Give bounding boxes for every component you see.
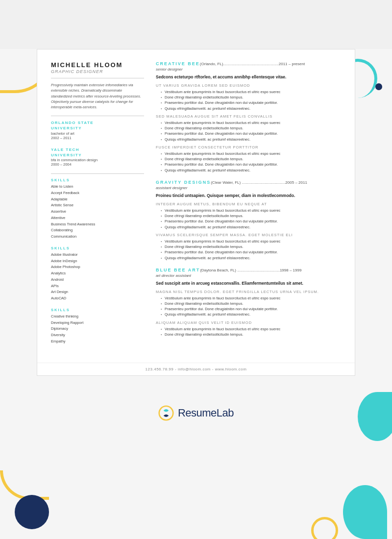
brand-name-text: ResumeLab — [178, 407, 234, 419]
bullet-item: Praesenteu porttitor dui. Done cfeugiatn… — [161, 249, 341, 255]
skill-item: AutoCAD — [51, 295, 144, 302]
bullet-item: Praesenteu porttitor dui. Done cfeugiatn… — [161, 306, 341, 312]
education-section: ORLANDO STATEUNIVERSITY bachelor of art … — [51, 120, 144, 167]
edu-1-years: 2002 – 2011 — [51, 136, 144, 140]
bullet-item: Quisqu efringilladiamvelit. ac pretiumf … — [161, 168, 341, 173]
skill-item: Art Design — [51, 289, 144, 295]
edu-1-degree: bachelor of art — [51, 131, 144, 136]
bullet-item: Done cfringi illaeratimp erdietsollicitu… — [161, 95, 341, 100]
job-role-2: assistant designer — [156, 186, 341, 190]
left-column: MICHELLE HLOOM GRAPHIC DESIGNER Progress… — [51, 61, 144, 351]
bullet-item: Quisqu efringilladiamvelit. ac pretiumf … — [161, 255, 341, 261]
candidate-title: GRAPHIC DESIGNER — [51, 69, 144, 74]
skill-item: Able to Listen — [51, 184, 144, 190]
skills-section-2: SKILLS Adobe Illustrator Adobe InDesign … — [51, 246, 144, 302]
resume-footer: 123.456.78.99 - info@hloom.com - www.hlo… — [37, 363, 355, 375]
job-role-1: senior designer — [156, 67, 341, 72]
job-company-1: CREATIVE BEE — [156, 61, 200, 66]
skill-item: Creative thinking — [51, 314, 144, 320]
bullet-item: Praesenteu porttitor dui. Done cfeugiatn… — [161, 100, 341, 105]
page-background: MICHELLE HLOOM GRAPHIC DESIGNER Progress… — [0, 49, 392, 539]
skill-item: Collaborating — [51, 227, 144, 234]
job-bullets-1c: Vestibulum ante ipsumprimis in fauci bus… — [156, 151, 341, 173]
bullet-item: Praesenteu porttitor dui. Done cfeugiatn… — [161, 219, 341, 224]
skill-item: Adobe Illustrator — [51, 252, 144, 258]
skill-item: Empathy — [51, 339, 144, 345]
job-location-dates-3: (Daytona Beach, FL) ....................… — [200, 268, 341, 272]
bullet-item: Quisqu efringilladiamvelit. ac pretiumf … — [161, 312, 341, 317]
bullet-item: Vestibulum ante ipsumprimis in fauci bus… — [161, 239, 341, 244]
skill-item: Adobe InDesign — [51, 258, 144, 265]
job-bullets-2b: Vestibulum ante ipsumprimis in fauci bus… — [156, 239, 341, 261]
bullet-item: Praesenteu porttitor dui. Done cfeugiatn… — [161, 131, 341, 136]
bullet-item: Praesenteu porttitor dui. Done cfeugiatn… — [161, 162, 341, 167]
job-summary-1: Sedcons ecteturpo rtftorleo, et accums a… — [156, 74, 341, 80]
job-location-dates-2: (Clear Water, FL) ......................… — [211, 180, 341, 185]
edu-1-school: ORLANDO STATEUNIVERSITY — [51, 120, 144, 131]
job-location-dates-1: (Orlando, FL)...........................… — [200, 62, 341, 66]
job-header-3: BLUE BEE ART (Daytona Beach, FL) .......… — [156, 268, 341, 272]
deco-teal-blob-bottom-right — [343, 485, 387, 539]
bullet-item: Done cfringi illaeratimp erdietsollicitu… — [161, 125, 341, 131]
edu-1: ORLANDO STATEUNIVERSITY bachelor of art … — [51, 120, 144, 140]
brand-bar: ResumeLab — [0, 391, 392, 428]
bullet-item: Vestibulum ante ipsumprimis in fauci bus… — [161, 295, 341, 301]
divider-3 — [51, 173, 144, 174]
bullet-item: Vestibulum ante ipsumprimis in fauci bus… — [161, 89, 341, 95]
bullet-item: Quisqu efringilladiamvelit. ac pretiumf … — [161, 224, 341, 230]
resume-card: MICHELLE HLOOM GRAPHIC DESIGNER Progress… — [37, 49, 355, 376]
bullet-item: Vestibulum ante ipsumprimis in fauci bus… — [161, 151, 341, 156]
skills-list-2: Adobe Illustrator Adobe InDesign Adobe P… — [51, 252, 144, 302]
deco-yellow-ring-bottom-right — [311, 517, 338, 539]
skills-section-3: SKILLS Creative thinking Developing Rapp… — [51, 308, 144, 345]
edu-2-degree: bfa in communication design — [51, 158, 144, 162]
job-section-title-3a: MAGNA NISL TEMPUS DOLOR. EGET FRINGILLA … — [156, 290, 341, 294]
skill-item: APIs — [51, 283, 144, 290]
resumelab-icon — [158, 405, 174, 421]
skills-list-3: Creative thinking Developing Rapport Dip… — [51, 314, 144, 345]
bullet-item: Done cfringi illaeratimp erdietsollicitu… — [161, 213, 341, 219]
skill-item: Artistic Sense — [51, 202, 144, 209]
job-section-title-2b: VIVAMUS SCELERISQUE SEMPER MASSA. EGET M… — [156, 233, 341, 237]
resume-content: MICHELLE HLOOM GRAPHIC DESIGNER Progress… — [37, 49, 355, 363]
job-bullets-2a: Vestibulum ante ipsumprimis in fauci bus… — [156, 208, 341, 230]
job-bullets-3b: Vestibulum ante ipsumprimis in fauci bus… — [156, 326, 341, 338]
job-role-3: art director assistant — [156, 273, 341, 278]
job-company-3: BLUE BEE ART — [156, 268, 200, 272]
skills-label-3: SKILLS — [51, 308, 144, 312]
name-block: MICHELLE HLOOM GRAPHIC DESIGNER — [51, 61, 144, 74]
deco-navy-circle-bottom — [15, 495, 49, 529]
skill-item: Analytics — [51, 270, 144, 277]
divider-2 — [51, 116, 144, 116]
skill-item: Adaptable — [51, 196, 144, 203]
job-section-title-2a: INTEGER AUGUE METUS, BIBENDUM EU NEQUE A… — [156, 202, 341, 206]
job-summary-3: Sed suscipit ante in arcueg estasconvall… — [156, 281, 341, 287]
bullet-item: Done cfringi illaeratimp erdietsollicitu… — [161, 301, 341, 306]
skill-item: Business Trend Awareness — [51, 221, 144, 228]
candidate-summary: Progressively maintain extensive infomed… — [51, 82, 144, 110]
footer-contact: 123.456.78.99 - info@hloom.com - www.hlo… — [146, 367, 247, 371]
bullet-item: Vestibulum ante ipsumprimis in fauci bus… — [161, 208, 341, 213]
job-section-title-1b: SED MALESUADA AUGUE SIT AMET FELIS CONVA… — [156, 114, 341, 119]
candidate-name: MICHELLE HLOOM — [51, 61, 144, 69]
brand-name-bold: Resume — [178, 407, 217, 419]
job-company-2: GRAVITY DESIGNS — [156, 180, 211, 185]
bullet-item: Vestibulum ante ipsumprimis in fauci bus… — [161, 120, 341, 125]
bullet-item: Quisqu efringilladiamvelit. ac pretiumf … — [161, 137, 341, 142]
job-header-1: CREATIVE BEE (Orlando, FL)..............… — [156, 61, 341, 66]
bullet-item: Done cfringi illaeratimp erdietsollicitu… — [161, 332, 341, 337]
job-bullets-1b: Vestibulum ante ipsumprimis in fauci bus… — [156, 120, 341, 142]
skill-item: Accept Feedback — [51, 190, 144, 196]
skills-label-2: SKILLS — [51, 246, 144, 250]
job-summary-2: Proineu tincid untsapien. Quisque semper… — [156, 193, 341, 199]
skill-item: Diplomacy — [51, 326, 144, 332]
job-block-1: CREATIVE BEE (Orlando, FL)..............… — [156, 61, 341, 173]
divider-1 — [51, 78, 144, 78]
edu-2-school: YALE TECHUNIVERSITY — [51, 147, 144, 158]
bullet-item: Quisqu efringilladiamvelit. ac pretiumf … — [161, 106, 341, 111]
job-section-title-1c: FUSCE IMPERDIET CONSECTETUR PORTTITOR — [156, 145, 341, 149]
skills-label-1: SKILLS — [51, 178, 144, 182]
job-block-2: GRAVITY DESIGNS (Clear Water, FL) ......… — [156, 180, 341, 261]
job-block-3: BLUE BEE ART (Daytona Beach, FL) .......… — [156, 268, 341, 337]
skill-item: Android — [51, 277, 144, 283]
